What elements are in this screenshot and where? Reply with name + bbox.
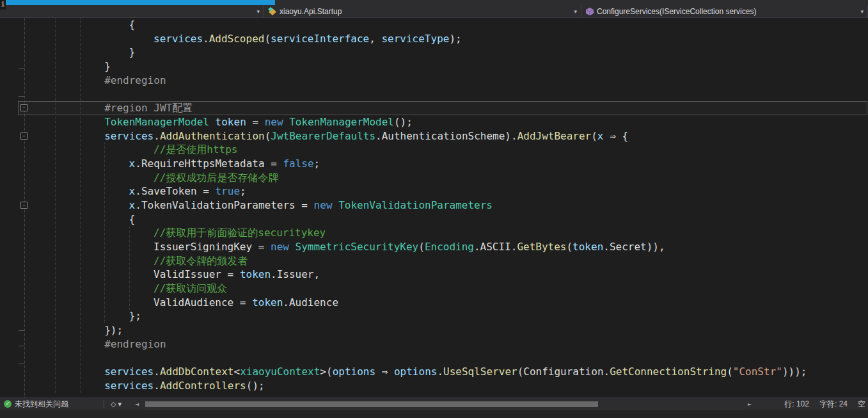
code-token: . <box>437 366 443 378</box>
code-token: //授权成功后是否存储令牌 <box>154 172 278 184</box>
code-token: #endregion <box>104 74 166 86</box>
code-line[interactable]: services.AddAuthentication(JwtBearerDefa… <box>31 129 868 143</box>
code-token: false <box>283 157 313 170</box>
title-bar <box>0 0 868 5</box>
code-token: TokenManagerModel <box>289 116 394 128</box>
code-line[interactable]: }; <box>31 309 868 323</box>
code-line[interactable]: } <box>31 45 868 60</box>
code-token: ); <box>449 33 461 45</box>
code-token: x <box>129 157 136 170</box>
code-area[interactable]: {services.AddScoped(serviceInterface, se… <box>31 18 868 393</box>
code-token: AddDbContext <box>160 366 234 378</box>
code-line[interactable]: //授权成功后是否存储令牌 <box>31 171 868 185</box>
code-token: . <box>474 241 480 253</box>
code-line[interactable]: ValidAudience = token.Audience <box>31 296 868 310</box>
code-token: . <box>511 241 517 253</box>
scrollbar-track[interactable] <box>141 398 745 410</box>
code-line[interactable] <box>31 351 868 366</box>
code-line[interactable]: IssuerSigningKey = new SymmetricSecurity… <box>31 240 868 254</box>
code-token: , <box>313 268 320 280</box>
code-token: AddControllers <box>160 380 246 392</box>
code-token: . <box>271 268 277 280</box>
code-token: ASCII <box>480 241 511 253</box>
code-line[interactable]: #endregion <box>31 337 868 351</box>
code-line[interactable]: //获取用于前面验证的securitykey <box>31 226 868 240</box>
code-line[interactable]: } <box>31 60 868 74</box>
code-token: #endregion <box>104 338 166 350</box>
type-dropdown[interactable]: xiaoyu.Api.Startup ▾ <box>264 5 581 17</box>
scroll-right-icon[interactable]: ► <box>745 401 754 407</box>
code-token: //获取访问观众 <box>154 282 227 294</box>
code-line[interactable]: { <box>31 213 868 227</box>
code-token: services <box>104 380 154 392</box>
method-icon <box>585 7 594 16</box>
code-line[interactable]: x.RequireHttpsMetadata = false; <box>31 157 868 171</box>
code-token: Issuer <box>277 268 314 280</box>
code-token: }); <box>104 324 123 336</box>
code-token: ; <box>314 157 320 170</box>
code-line[interactable]: //是否使用https <box>31 143 868 157</box>
code-token: #region JWT配置 <box>104 102 193 114</box>
issues-indicator[interactable]: ✓ 未找到相关问题 <box>0 399 104 410</box>
code-token: ( <box>727 366 733 378</box>
code-token: token <box>572 241 603 253</box>
code-token: options <box>333 366 375 378</box>
code-line[interactable]: x.SaveToken = true; <box>31 184 868 198</box>
fold-collapse-box[interactable]: - <box>20 133 28 140</box>
class-icon <box>268 7 277 16</box>
chevron-down-icon: ▾ <box>253 8 260 15</box>
code-token: true <box>215 185 240 197</box>
code-cleanup-button[interactable]: ◇ ▾ <box>104 400 132 408</box>
line-indicator: 行: 102 <box>784 399 809 410</box>
code-line[interactable]: #region JWT配置 <box>31 101 868 115</box>
code-line[interactable]: services.AddControllers(); <box>31 379 868 393</box>
scroll-left-icon[interactable]: ◄ <box>132 401 141 407</box>
code-token: = <box>233 296 252 309</box>
code-token: ). <box>505 130 517 142</box>
code-token: Configuration <box>523 366 603 378</box>
code-token: //获取令牌的颁发者 <box>154 255 248 267</box>
code-token: } <box>129 46 136 58</box>
code-editor[interactable]: --- {services.AddScoped(serviceInterface… <box>0 18 868 398</box>
code-token: AddAuthentication <box>160 130 265 142</box>
title-bar-accent <box>0 0 275 5</box>
scrollbar-thumb[interactable] <box>145 401 598 407</box>
code-line[interactable] <box>31 87 868 101</box>
code-token: token <box>216 116 246 128</box>
project-dropdown[interactable]: ▾ <box>0 5 264 17</box>
horizontal-scrollbar[interactable]: ◄ ► <box>132 398 754 410</box>
code-token: = <box>265 157 283 170</box>
code-cleanup-icon: ◇ <box>111 400 116 408</box>
code-token: ( <box>591 130 597 142</box>
code-token: ( <box>517 366 524 378</box>
code-token <box>209 116 216 128</box>
code-line[interactable]: services.AddScoped(serviceInterface, ser… <box>31 32 868 46</box>
type-dropdown-value: xiaoyu.Api.Startup <box>280 7 342 16</box>
code-token: (); <box>394 116 413 128</box>
code-token: . <box>603 241 610 253</box>
code-line[interactable]: //获取访问观众 <box>31 282 868 296</box>
code-token: TokenValidationParameters <box>338 199 493 211</box>
code-token <box>333 199 339 211</box>
code-token: . <box>154 130 160 142</box>
code-token: . <box>154 366 160 378</box>
code-line[interactable]: }); <box>31 323 868 337</box>
code-token: ( <box>264 33 271 45</box>
code-token: { <box>129 19 136 31</box>
code-line[interactable]: { <box>31 18 868 32</box>
code-line[interactable]: TokenManagerModel token = new TokenManag… <box>31 115 868 129</box>
code-token: . <box>203 33 209 45</box>
code-token: . <box>604 366 610 378</box>
fold-collapse-box[interactable]: - <box>20 104 28 111</box>
code-token: services <box>104 130 154 142</box>
code-line[interactable]: services.AddDbContext<xiaoyuContext>(opt… <box>31 365 868 379</box>
code-line[interactable]: ValidIssuer = token.Issuer, <box>31 268 868 282</box>
code-line[interactable]: //获取令牌的颁发者 <box>31 254 868 268</box>
outline-end-tick <box>19 68 25 68</box>
code-line[interactable]: #endregion <box>31 74 868 88</box>
fold-collapse-box[interactable]: - <box>20 202 28 209</box>
code-line[interactable]: x.TokenValidationParameters = new TokenV… <box>31 198 868 213</box>
code-token: SymmetricSecurityKey <box>296 241 419 253</box>
member-dropdown[interactable]: ConfigureServices(IServiceCollection ser… <box>581 5 868 17</box>
code-token: GetConnectionString <box>610 366 727 378</box>
